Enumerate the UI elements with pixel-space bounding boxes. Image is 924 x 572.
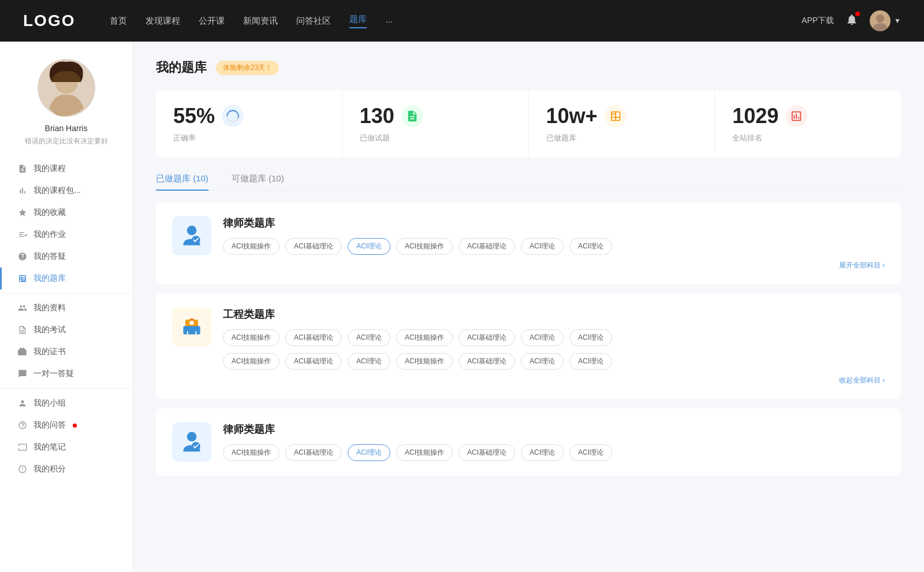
qbank-card-lawyer-1: 律师类题库 ACI技能操作 ACI基础理论 ACI理论 ACI技能操作 ACI基…	[156, 202, 901, 284]
sidebar-item-tutoring[interactable]: 一对一答疑	[0, 363, 132, 385]
eng-tag-0[interactable]: ACI技能操作	[223, 329, 280, 346]
eng-extra-tag-2[interactable]: ACI理论	[348, 353, 390, 370]
note-icon	[17, 442, 28, 452]
qbank-card-engineer-header: 工程类题库 ACI技能操作 ACI基础理论 ACI理论 ACI技能操作 ACI基…	[172, 307, 885, 385]
eng-tag-4[interactable]: ACI基础理论	[459, 329, 515, 346]
page-title: 我的题库	[156, 59, 207, 76]
sidebar-item-my-questions[interactable]: 我的问答	[0, 414, 132, 436]
tag-5[interactable]: ACI理论	[521, 238, 564, 255]
tag-2-active[interactable]: ACI理论	[348, 238, 390, 255]
question-circle-icon	[17, 251, 28, 262]
eng-extra-tag-3[interactable]: ACI技能操作	[396, 353, 453, 370]
eng-tag-2[interactable]: ACI理论	[348, 329, 390, 346]
sidebar-item-my-favorites-label: 我的收藏	[33, 207, 66, 218]
qbank-engineer-tags: ACI技能操作 ACI基础理论 ACI理论 ACI技能操作 ACI基础理论 AC…	[223, 329, 885, 346]
l2-tag-6[interactable]: ACI理论	[569, 444, 612, 461]
stat-done-questions-label: 已做试题	[360, 133, 511, 143]
sidebar-item-my-groups[interactable]: 我的小组	[0, 392, 132, 414]
sidebar-item-my-qbank[interactable]: 我的题库	[0, 268, 132, 289]
sidebar-item-my-data[interactable]: 我的资料	[0, 297, 132, 319]
users-icon	[17, 398, 28, 408]
sidebar-item-my-notes[interactable]: 我的笔记	[0, 436, 132, 458]
tag-4[interactable]: ACI基础理论	[459, 238, 515, 255]
eng-tag-3[interactable]: ACI技能操作	[396, 329, 453, 346]
l2-tag-0[interactable]: ACI技能操作	[223, 444, 280, 461]
qbank-engineer-title: 工程类题库	[223, 307, 885, 321]
sidebar-user-avatar	[38, 59, 95, 117]
eng-tag-6[interactable]: ACI理论	[569, 329, 612, 346]
l2-tag-5[interactable]: ACI理论	[521, 444, 564, 461]
stat-accuracy-value: 55%	[173, 104, 215, 128]
nav-qa[interactable]: 问答社区	[296, 16, 331, 27]
sidebar-item-my-qa[interactable]: 我的答疑	[0, 246, 132, 268]
user-avatar-header[interactable]: ▼	[870, 10, 901, 31]
notification-bell[interactable]	[845, 13, 858, 28]
sidebar-motto: 错误的决定比没有决定要好	[13, 136, 120, 146]
sidebar-item-my-points[interactable]: 我的积分	[0, 458, 132, 480]
eng-extra-tag-0[interactable]: ACI技能操作	[223, 353, 280, 370]
eng-tag-1[interactable]: ACI基础理论	[285, 329, 342, 346]
stat-done-banks-value: 10w+	[546, 104, 598, 128]
svg-rect-11	[189, 318, 193, 321]
tab-available-banks[interactable]: 可做题库 (10)	[232, 173, 284, 190]
sidebar-item-my-qa-label: 我的答疑	[33, 251, 66, 262]
stat-accuracy: 55% 正确率	[156, 90, 342, 157]
sidebar-item-my-questions-label: 我的问答	[33, 420, 66, 430]
l2-tag-3[interactable]: ACI技能操作	[396, 444, 453, 461]
eng-extra-tag-6[interactable]: ACI理论	[569, 353, 612, 370]
sidebar-divider-1	[0, 293, 132, 294]
sidebar-item-my-qbank-label: 我的题库	[33, 273, 66, 284]
stat-done-banks-top: 10w+	[546, 104, 698, 128]
qbank-engineer-info: 工程类题库 ACI技能操作 ACI基础理论 ACI理论 ACI技能操作 ACI基…	[223, 307, 885, 385]
eng-extra-tag-5[interactable]: ACI理论	[521, 353, 564, 370]
nav-more[interactable]: ···	[385, 16, 393, 26]
trial-badge: 体验剩余23天！	[216, 61, 279, 75]
tag-0[interactable]: ACI技能操作	[223, 238, 280, 255]
nav-qbank[interactable]: 题库	[349, 14, 367, 28]
expand-lawyer-1[interactable]: 展开全部科目 ›	[223, 261, 885, 270]
sidebar-item-tutoring-label: 一对一答疑	[33, 369, 74, 379]
nav-discover[interactable]: 发现课程	[146, 16, 180, 27]
qbank-engineer-icon	[172, 307, 211, 347]
sidebar-item-my-exam[interactable]: 我的考试	[0, 319, 132, 341]
tag-6[interactable]: ACI理论	[569, 238, 612, 255]
sidebar-item-my-favorites[interactable]: 我的收藏	[0, 202, 132, 224]
nav-opencourse[interactable]: 公开课	[199, 16, 225, 27]
sidebar-item-my-packages[interactable]: 我的课程包...	[0, 180, 132, 202]
sidebar-item-my-packages-label: 我的课程包...	[33, 185, 81, 196]
file-text-icon	[17, 325, 28, 335]
eng-extra-tag-1[interactable]: ACI基础理论	[285, 353, 342, 370]
qbank-card-lawyer-1-header: 律师类题库 ACI技能操作 ACI基础理论 ACI理论 ACI技能操作 ACI基…	[172, 216, 885, 270]
tab-done-banks[interactable]: 已做题库 (10)	[156, 173, 208, 190]
eng-tag-5[interactable]: ACI理论	[521, 329, 564, 346]
sidebar-item-my-homework[interactable]: 我的作业	[0, 224, 132, 246]
tag-3[interactable]: ACI技能操作	[396, 238, 453, 255]
eng-extra-tag-4[interactable]: ACI基础理论	[459, 353, 515, 370]
qbank-lawyer-1-title: 律师类题库	[223, 216, 885, 230]
main-content: 我的题库 体验剩余23天！ 55% 正确率 1	[133, 42, 924, 572]
qbank-lawyer-1-info: 律师类题库 ACI技能操作 ACI基础理论 ACI理论 ACI技能操作 ACI基…	[223, 216, 885, 270]
sidebar-item-my-cert[interactable]: 我的证书	[0, 341, 132, 363]
l2-tag-4[interactable]: ACI基础理论	[459, 444, 515, 461]
qbank-lawyer-1-tags: ACI技能操作 ACI基础理论 ACI理论 ACI技能操作 ACI基础理论 AC…	[223, 238, 885, 255]
stat-done-banks-icon	[605, 105, 627, 127]
question-icon	[17, 420, 28, 430]
l2-tag-1[interactable]: ACI基础理论	[285, 444, 342, 461]
sidebar-item-my-cert-label: 我的证书	[33, 347, 66, 357]
collapse-engineer[interactable]: 收起全部科目 ›	[223, 376, 885, 385]
tag-1[interactable]: ACI基础理论	[285, 238, 342, 255]
chat-icon	[17, 369, 28, 379]
nav-news[interactable]: 新闻资讯	[243, 16, 278, 27]
app-download-button[interactable]: APP下载	[802, 16, 834, 26]
qbank-lawyer-2-title: 律师类题库	[223, 422, 885, 436]
qbank-card-lawyer-2-header: 律师类题库 ACI技能操作 ACI基础理论 ACI理论 ACI技能操作 ACI基…	[172, 422, 885, 462]
svg-rect-10	[183, 326, 200, 335]
l2-tag-2-active[interactable]: ACI理论	[348, 444, 390, 461]
svg-point-7	[187, 226, 197, 236]
sidebar-item-my-courses[interactable]: 我的课程	[0, 158, 132, 180]
nav-home[interactable]: 首页	[110, 16, 127, 27]
sidebar-item-my-notes-label: 我的笔记	[33, 442, 66, 452]
navbar: LOGO 首页 发现课程 公开课 新闻资讯 问答社区 题库 ··· APP下载 …	[0, 0, 924, 42]
stats-row: 55% 正确率 130 已做试题	[156, 90, 901, 157]
sidebar-item-my-exam-label: 我的考试	[33, 325, 66, 335]
